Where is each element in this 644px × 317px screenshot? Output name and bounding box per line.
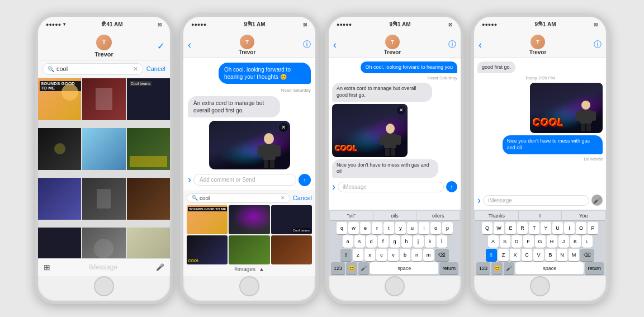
gif-cell-6[interactable] (127, 128, 170, 170)
num-4[interactable]: 123 (476, 262, 490, 275)
imessage-input-3[interactable]: iMessage (338, 182, 444, 192)
key-F-4[interactable]: F (523, 235, 534, 248)
key-P-4[interactable]: P (588, 222, 598, 234)
key-A-4[interactable]: A (488, 235, 499, 248)
gif-cell-1[interactable]: SOUNDS GOOD TO ME (38, 78, 81, 120)
send-button-2[interactable]: ↑ (299, 174, 311, 186)
search-input-wrap[interactable]: 🔍 cool ✕ (42, 63, 143, 75)
key-b-3[interactable]: b (400, 249, 410, 261)
send-button-3[interactable]: ↑ (446, 181, 457, 192)
key-O-4[interactable]: O (576, 222, 586, 234)
gif-cell-2[interactable] (82, 78, 125, 120)
suggestion-3-2[interactable]: oils (373, 211, 417, 220)
mini-gif-4[interactable]: COOL (187, 235, 228, 264)
key-Z-4[interactable]: Z (498, 249, 509, 261)
return-4[interactable]: return (585, 262, 604, 275)
clear-2[interactable]: ✕ (281, 195, 285, 201)
mini-gif-3[interactable]: Cool beans (271, 205, 312, 234)
info-button-3[interactable]: ⓘ (448, 40, 456, 50)
key-Y-4[interactable]: Y (541, 222, 551, 234)
mini-gif-2[interactable] (229, 205, 269, 234)
shift-4[interactable]: ⇧ (486, 249, 497, 261)
apps-icon[interactable]: ⊞ (44, 263, 50, 272)
gif-cell-7[interactable] (38, 178, 81, 220)
key-j-3[interactable]: j (413, 235, 424, 248)
key-a-3[interactable]: a (343, 235, 353, 248)
mic-4[interactable]: 🎤 (504, 262, 514, 275)
key-W-4[interactable]: W (494, 222, 504, 234)
key-y-3[interactable]: y (395, 222, 406, 234)
key-z-3[interactable]: z (353, 249, 363, 261)
chevron-up[interactable]: ▲ (259, 266, 264, 272)
gif-cell-9[interactable] (127, 178, 170, 220)
expand-4[interactable]: › (477, 195, 481, 206)
gif-close-2[interactable]: ✕ (279, 123, 288, 132)
emoji-4[interactable]: 😊 (491, 262, 503, 275)
key-r-3[interactable]: r (372, 222, 382, 234)
back-button-4[interactable]: ‹ (479, 39, 482, 51)
key-k-3[interactable]: k (425, 235, 435, 248)
key-R-4[interactable]: R (517, 222, 528, 234)
home-button-1[interactable] (94, 276, 114, 296)
mini-gif-1[interactable]: SOUNDS GOOD TO ME (187, 205, 228, 234)
key-s-3[interactable]: s (354, 235, 365, 248)
key-g-3[interactable]: g (390, 235, 400, 248)
imessage-placeholder[interactable]: iMessage (55, 263, 151, 271)
suggestion-4-1[interactable]: Thanks (475, 211, 519, 220)
space-4[interactable]: space (515, 262, 584, 275)
key-C-4[interactable]: C (522, 249, 532, 261)
gif-cell-5[interactable] (82, 128, 125, 170)
key-v-3[interactable]: v (388, 249, 399, 261)
mini-gif-5[interactable] (229, 235, 269, 264)
suggestion-3-3[interactable]: oilers (416, 211, 460, 220)
key-L-4[interactable]: L (582, 235, 593, 248)
clear-button[interactable]: ✕ (133, 65, 138, 73)
key-c-3[interactable]: c (376, 249, 387, 261)
key-K-4[interactable]: K (570, 235, 581, 248)
key-V-4[interactable]: V (533, 249, 544, 261)
back-button-2[interactable]: ‹ (188, 39, 191, 51)
key-e-3[interactable]: e (360, 222, 371, 234)
add-comment-input[interactable]: Add comment or Send (193, 174, 296, 186)
key-m-3[interactable]: m (423, 249, 434, 261)
key-u-3[interactable]: u (407, 222, 418, 234)
delete-4[interactable]: ⌫ (580, 249, 594, 261)
key-G-4[interactable]: G (535, 235, 546, 248)
suggestion-4-2[interactable]: I (519, 211, 562, 220)
gif-close-3[interactable]: ✕ (397, 106, 405, 115)
key-x-3[interactable]: x (364, 249, 375, 261)
key-d-3[interactable]: d (366, 235, 377, 248)
key-p-3[interactable]: p (442, 222, 453, 234)
key-n-3[interactable]: n (411, 249, 422, 261)
gif-cell-4[interactable] (38, 128, 81, 170)
key-t-3[interactable]: t (383, 222, 394, 234)
key-D-4[interactable]: D (512, 235, 522, 248)
expand-3[interactable]: › (332, 181, 335, 193)
checkmark-icon[interactable]: ✓ (157, 41, 164, 51)
emoji-3[interactable]: 😊 (346, 262, 357, 275)
key-U-4[interactable]: U (552, 222, 563, 234)
cancel-button-1[interactable]: Cancel (146, 65, 165, 72)
key-l-3[interactable]: l (437, 235, 447, 248)
key-M-4[interactable]: M (569, 249, 579, 261)
key-X-4[interactable]: X (510, 249, 520, 261)
key-S-4[interactable]: S (500, 235, 510, 248)
back-button-3[interactable]: ‹ (333, 39, 337, 51)
key-E-4[interactable]: E (505, 222, 516, 234)
imessage-input-4[interactable]: iMessage (483, 195, 589, 206)
key-q-3[interactable]: q (337, 222, 347, 234)
suggestion-4-3[interactable]: You (562, 211, 605, 220)
key-h-3[interactable]: h (401, 235, 412, 248)
suggestion-3-1[interactable]: "oil" (330, 211, 373, 220)
key-w-3[interactable]: w (348, 222, 359, 234)
shift-3[interactable]: ⇧ (340, 249, 352, 261)
key-H-4[interactable]: H (547, 235, 557, 248)
key-i-3[interactable]: i (419, 222, 429, 234)
key-B-4[interactable]: B (545, 249, 556, 261)
cancel-btn-2[interactable]: Cancel (293, 195, 312, 201)
mic-icon-1[interactable]: 🎤 (156, 263, 164, 271)
info-button-4[interactable]: ⓘ (594, 40, 602, 50)
return-3[interactable]: return (439, 262, 458, 275)
key-Q-4[interactable]: Q (482, 222, 493, 234)
gif-cell-8[interactable] (82, 178, 125, 220)
